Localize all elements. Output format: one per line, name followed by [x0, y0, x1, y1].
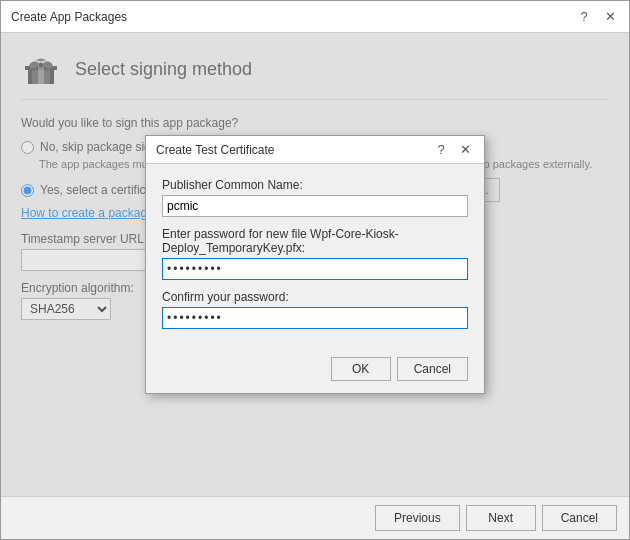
publisher-input[interactable]	[162, 195, 468, 217]
modal-footer: OK Cancel	[146, 351, 484, 393]
modal-overlay: Create Test Certificate ? ✕ Publisher Co…	[1, 33, 629, 496]
confirm-label: Confirm your password:	[162, 290, 468, 304]
window-title: Create App Packages	[11, 10, 127, 24]
cancel-button[interactable]: Cancel	[542, 505, 617, 531]
create-test-certificate-dialog: Create Test Certificate ? ✕ Publisher Co…	[145, 135, 485, 394]
modal-cancel-button[interactable]: Cancel	[397, 357, 468, 381]
next-button[interactable]: Next	[466, 505, 536, 531]
password-label: Enter password for new file Wpf-Core-Kio…	[162, 227, 468, 255]
footer: Previous Next Cancel	[1, 496, 629, 539]
modal-body: Publisher Common Name: Enter password fo…	[146, 164, 484, 351]
title-bar-left: Create App Packages	[11, 10, 127, 24]
help-button[interactable]: ?	[575, 8, 593, 26]
ok-button[interactable]: OK	[331, 357, 391, 381]
modal-help-button[interactable]: ?	[432, 141, 450, 159]
title-bar: Create App Packages ? ✕	[1, 1, 629, 33]
modal-close-button[interactable]: ✕	[456, 141, 474, 159]
previous-button[interactable]: Previous	[375, 505, 460, 531]
close-button[interactable]: ✕	[601, 8, 619, 26]
publisher-label: Publisher Common Name:	[162, 178, 468, 192]
password-input[interactable]	[162, 258, 468, 280]
title-bar-controls: ? ✕	[575, 8, 619, 26]
modal-title-controls: ? ✕	[432, 141, 474, 159]
confirm-input[interactable]	[162, 307, 468, 329]
main-window: Create App Packages ? ✕	[0, 0, 630, 540]
content-area: Select signing method Would you like to …	[1, 33, 629, 496]
modal-title: Create Test Certificate	[156, 143, 275, 157]
modal-title-bar: Create Test Certificate ? ✕	[146, 136, 484, 164]
